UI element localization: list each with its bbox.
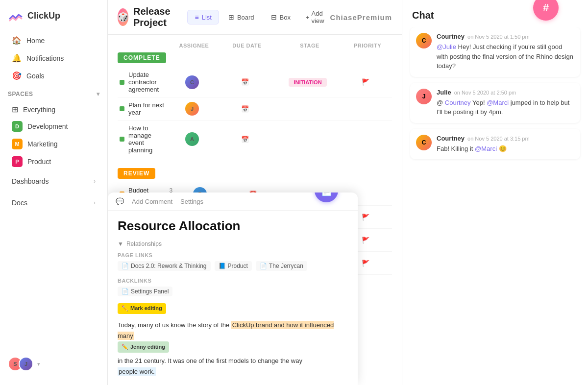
jenny-editing-badge: ✏️ Jenny editing: [118, 341, 169, 353]
docs-label: Docs: [12, 199, 27, 207]
page-link-label-2: Product: [228, 263, 248, 269]
sidebar-item-goals[interactable]: 🎯 Goals: [4, 67, 103, 84]
chat-avatar-courtney-1: C: [416, 33, 432, 48]
docs-relationships[interactable]: ▼ Relationships: [108, 238, 358, 250]
docs-title-area: Resource Allocation: [108, 211, 358, 238]
sidebar-item-everything[interactable]: ⊞ Everything: [4, 102, 103, 117]
mark-badge: ✏️ Mark editing: [118, 303, 166, 314]
mention-marci-2: @Marci: [475, 145, 497, 152]
settings-button[interactable]: Settings: [180, 198, 203, 205]
goals-icon: 🎯: [12, 71, 22, 80]
bell-icon: 🔔: [12, 53, 22, 63]
mention-julie: @Julie: [437, 43, 456, 50]
page-link-3[interactable]: 📄 The Jerrycan: [256, 261, 307, 271]
user-chevron[interactable]: ▾: [37, 361, 40, 367]
task-dot-1: [120, 80, 124, 85]
logo-area: ClickUp: [0, 8, 107, 31]
tab-board[interactable]: ⊞ Board: [221, 10, 262, 24]
chat-meta-2: Julie on Nov 5 2020 at 2:50 pm: [437, 89, 574, 96]
premium-badge: ChiasePremium: [330, 13, 392, 22]
sidebar-item-development[interactable]: D Development: [4, 118, 103, 135]
stage-badge-1: INITIATION: [289, 78, 326, 87]
relationships-label: Relationships: [126, 241, 162, 247]
pencil-icon-2: ✏️: [122, 342, 128, 352]
page-link-label-1: Docs 2.0: Rework & Thinking: [131, 263, 207, 269]
spaces-chevron-icon[interactable]: ▾: [97, 91, 100, 97]
spaces-header: Spaces ▾: [0, 85, 107, 101]
chat-text-3: Fab! Killing it @Marci 😊: [437, 144, 574, 154]
table-row[interactable]: How to manage event planning A 📅: [118, 120, 392, 158]
sidebar-item-docs[interactable]: Docs ›: [4, 194, 103, 212]
sidebar-item-product[interactable]: P Product: [4, 153, 103, 170]
backlink-1[interactable]: 📄 Settings Panel: [118, 287, 172, 296]
user-avatar-2: J: [19, 357, 33, 371]
home-icon: 🏠: [12, 36, 22, 45]
task-label-3: How to manage event planning: [128, 124, 169, 154]
marketing-avatar: M: [12, 139, 23, 149]
calendar-icon-1: 📅: [241, 78, 249, 86]
task-stage-1: INITIATION: [278, 78, 337, 87]
sidebar-item-notifications[interactable]: 🔔 Notifications: [4, 49, 103, 67]
main-content: 🎲 Release Project ≡ List ⊞ Board ⊟ Box +…: [108, 0, 402, 385]
sidebar-nav: 🏠 Home 🔔 Notifications 🎯 Goals: [0, 31, 107, 85]
chat-meta-3: Courtney on Nov 5 2020 at 3:15 pm: [437, 135, 574, 142]
calendar-icon-3: 📅: [241, 136, 249, 143]
calendar-icon-2: 📅: [241, 105, 249, 113]
chat-text-2: @ Courtney Yep! @Marci jumped in to help…: [437, 98, 574, 117]
chat-avatar-julie: J: [416, 89, 432, 104]
triangle-icon: ▼: [118, 241, 123, 247]
chat-time-1: on Nov 5 2020 at 1:50 pm: [467, 34, 530, 40]
avatar-2: J: [185, 102, 199, 116]
page-link-2[interactable]: 📘 Product: [215, 261, 252, 271]
task-due-1: 📅: [216, 78, 274, 86]
add-comment-button[interactable]: Add Comment: [132, 198, 172, 205]
user-avatars: S J: [8, 357, 33, 371]
doc-icon-2: 📘: [219, 263, 226, 269]
task-dot-3: [120, 137, 124, 142]
col-task-header: [118, 43, 171, 48]
task-label-1: Update contractor agreement: [128, 71, 169, 93]
task-label-2: Plan for next year: [128, 101, 169, 116]
task-name-3: How to manage event planning: [120, 124, 169, 154]
docs-page-links: PAGE LINKS 📄 Docs 2.0: Rework & Thinking…: [108, 250, 358, 273]
chat-time-2: on Nov 5 2020 at 2:50 pm: [454, 90, 516, 96]
docs-links-list: 📄 Docs 2.0: Rework & Thinking 📘 Product …: [118, 261, 348, 271]
backlink-label-1: Settings Panel: [131, 288, 169, 295]
docs-backlinks: BACKLINKS 📄 Settings Panel: [108, 276, 358, 298]
col-assignee-header: ASSIGNEE: [174, 43, 214, 48]
task-priority-1: 🚩: [341, 78, 390, 86]
chat-text-1: @Julie Hey! Just checking if you're stil…: [437, 42, 574, 71]
backlink-icon-1: 📄: [122, 288, 129, 295]
add-view-button[interactable]: + Add view: [300, 7, 330, 27]
col-due-header: DUE DATE: [218, 43, 276, 48]
chat-message-3: C Courtney on Nov 5 2020 at 3:15 pm Fab!…: [410, 129, 580, 160]
table-row[interactable]: Update contractor agreement C 📅 INITIATI…: [118, 67, 392, 97]
tab-list[interactable]: ≡ List: [187, 10, 219, 24]
page-link-1[interactable]: 📄 Docs 2.0: Rework & Thinking: [118, 261, 211, 271]
comment-icon: 💬: [116, 197, 124, 205]
chat-messages: C Courtney on Nov 5 2020 at 1:50 pm @Jul…: [402, 27, 588, 385]
doc-icon-3: 📄: [260, 263, 267, 269]
development-label: Development: [27, 122, 68, 130]
chat-time-3: on Nov 5 2020 at 3:15 pm: [467, 136, 530, 142]
section-gap: [118, 158, 392, 168]
tab-box[interactable]: ⊟ Box: [264, 10, 298, 24]
sidebar-item-home[interactable]: 🏠 Home: [4, 32, 103, 49]
chat-text-at: @: [437, 99, 445, 106]
docs-paragraph-3: people work.: [118, 366, 348, 377]
docs-panel: 📄 💬 Add Comment Settings Resource Alloca…: [108, 192, 358, 385]
sidebar-notifications-label: Notifications: [26, 54, 64, 62]
task-assignee-2: J: [172, 102, 212, 116]
col-stage-header: STAGE: [280, 43, 339, 48]
task-name-2: Plan for next year: [120, 101, 169, 116]
sidebar-item-dashboards[interactable]: Dashboards ›: [4, 172, 103, 190]
view-tabs: ≡ List ⊞ Board ⊟ Box + Add view: [187, 7, 330, 27]
dashboards-chevron-icon: ›: [94, 178, 96, 185]
column-headers: ASSIGNEE DUE DATE STAGE PRIORITY: [118, 43, 392, 52]
sidebar-item-marketing[interactable]: M Marketing: [4, 136, 103, 152]
dashboards-label: Dashboards: [12, 177, 49, 185]
table-row[interactable]: Plan for next year J 📅: [118, 97, 392, 120]
review-badge: REVIEW: [118, 168, 155, 179]
board-tab-label: Board: [237, 14, 254, 21]
task-assignee-1: C: [172, 75, 212, 89]
